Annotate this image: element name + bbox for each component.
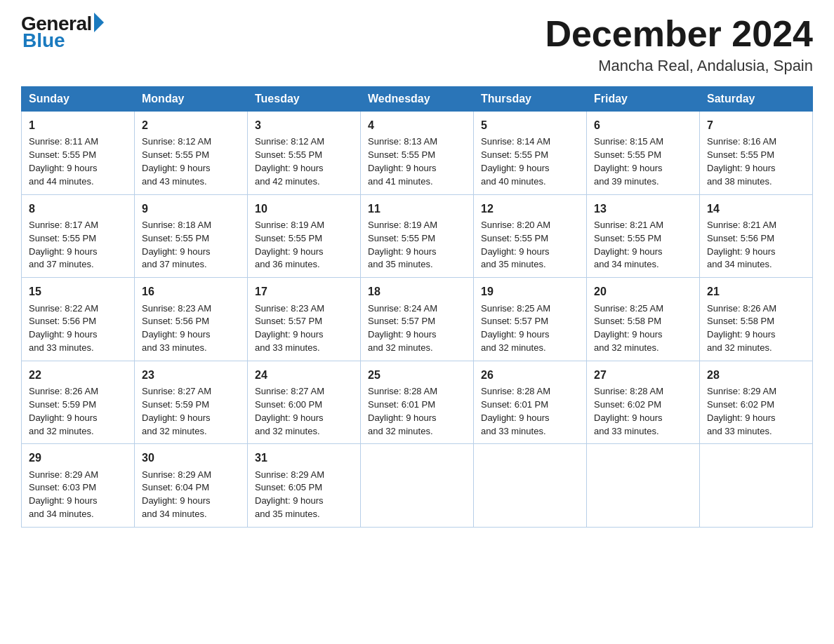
day-number: 9: [142, 201, 240, 217]
day-number: 3: [255, 117, 353, 133]
day-info: Sunrise: 8:11 AMSunset: 5:55 PMDaylight:…: [29, 136, 98, 187]
day-number: 21: [707, 283, 805, 300]
day-info: Sunrise: 8:29 AMSunset: 6:03 PMDaylight:…: [29, 469, 98, 520]
day-number: 1: [29, 117, 127, 133]
page-title: December 2024: [545, 14, 813, 54]
day-number: 8: [29, 201, 127, 217]
logo-triangle-icon: [94, 13, 104, 32]
header-thursday: Thursday: [474, 87, 587, 112]
calendar-cell: 17 Sunrise: 8:23 AMSunset: 5:57 PMDaylig…: [248, 278, 361, 361]
calendar-cell: 18 Sunrise: 8:24 AMSunset: 5:57 PMDaylig…: [361, 278, 474, 361]
calendar-cell: 29 Sunrise: 8:29 AMSunset: 6:03 PMDaylig…: [22, 444, 135, 528]
header-wednesday: Wednesday: [361, 87, 474, 112]
day-number: 24: [255, 367, 353, 383]
calendar-cell: 23 Sunrise: 8:27 AMSunset: 5:59 PMDaylig…: [135, 361, 248, 444]
day-number: 2: [142, 117, 240, 133]
header-sunday: Sunday: [22, 87, 135, 112]
calendar-cell: 1 Sunrise: 8:11 AMSunset: 5:55 PMDayligh…: [22, 112, 135, 195]
calendar-cell: 28 Sunrise: 8:29 AMSunset: 6:02 PMDaylig…: [700, 361, 813, 444]
day-number: 23: [142, 367, 240, 383]
day-info: Sunrise: 8:19 AMSunset: 5:55 PMDaylight:…: [368, 220, 437, 270]
subtitle: Mancha Real, Andalusia, Spain: [545, 57, 813, 75]
page-header: General Blue December 2024 Mancha Real, …: [21, 14, 813, 75]
day-number: 31: [255, 450, 353, 466]
calendar-cell: 5 Sunrise: 8:14 AMSunset: 5:55 PMDayligh…: [474, 112, 587, 195]
calendar-cell: 27 Sunrise: 8:28 AMSunset: 6:02 PMDaylig…: [587, 361, 700, 444]
day-number: 7: [707, 117, 805, 133]
day-number: 17: [255, 283, 353, 300]
day-number: 26: [481, 367, 579, 383]
calendar-cell: 3 Sunrise: 8:12 AMSunset: 5:55 PMDayligh…: [248, 112, 361, 195]
calendar-cell: 8 Sunrise: 8:17 AMSunset: 5:55 PMDayligh…: [22, 194, 135, 278]
calendar-cell: 16 Sunrise: 8:23 AMSunset: 5:56 PMDaylig…: [135, 278, 248, 361]
day-info: Sunrise: 8:27 AMSunset: 6:00 PMDaylight:…: [255, 386, 324, 436]
day-info: Sunrise: 8:16 AMSunset: 5:55 PMDaylight:…: [707, 136, 776, 187]
day-number: 28: [707, 367, 805, 383]
day-info: Sunrise: 8:20 AMSunset: 5:55 PMDaylight:…: [481, 220, 550, 270]
day-number: 16: [142, 283, 240, 300]
day-info: Sunrise: 8:25 AMSunset: 5:58 PMDaylight:…: [594, 303, 663, 354]
day-number: 22: [29, 367, 127, 383]
day-info: Sunrise: 8:26 AMSunset: 5:59 PMDaylight:…: [29, 386, 98, 436]
day-number: 14: [707, 201, 805, 217]
logo: General Blue: [21, 14, 104, 51]
day-number: 5: [481, 117, 579, 133]
calendar-cell: 31 Sunrise: 8:29 AMSunset: 6:05 PMDaylig…: [248, 444, 361, 528]
day-number: 25: [368, 367, 466, 383]
day-number: 20: [594, 283, 692, 300]
day-info: Sunrise: 8:13 AMSunset: 5:55 PMDaylight:…: [368, 136, 437, 187]
logo-blue-text: Blue: [22, 31, 104, 51]
day-info: Sunrise: 8:26 AMSunset: 5:58 PMDaylight:…: [707, 303, 776, 354]
header-friday: Friday: [587, 87, 700, 112]
day-number: 10: [255, 201, 353, 217]
day-info: Sunrise: 8:28 AMSunset: 6:01 PMDaylight:…: [368, 386, 437, 436]
day-number: 18: [368, 283, 466, 300]
day-info: Sunrise: 8:21 AMSunset: 5:56 PMDaylight:…: [707, 220, 776, 270]
day-info: Sunrise: 8:24 AMSunset: 5:57 PMDaylight:…: [368, 303, 437, 354]
calendar-cell: 19 Sunrise: 8:25 AMSunset: 5:57 PMDaylig…: [474, 278, 587, 361]
calendar-week-1: 1 Sunrise: 8:11 AMSunset: 5:55 PMDayligh…: [22, 112, 813, 195]
day-info: Sunrise: 8:29 AMSunset: 6:02 PMDaylight:…: [707, 386, 776, 436]
day-info: Sunrise: 8:22 AMSunset: 5:56 PMDaylight:…: [29, 303, 98, 354]
calendar-cell: [474, 444, 587, 528]
calendar-table: Sunday Monday Tuesday Wednesday Thursday…: [21, 86, 813, 528]
day-info: Sunrise: 8:14 AMSunset: 5:55 PMDaylight:…: [481, 136, 550, 187]
calendar-cell: 20 Sunrise: 8:25 AMSunset: 5:58 PMDaylig…: [587, 278, 700, 361]
day-info: Sunrise: 8:27 AMSunset: 5:59 PMDaylight:…: [142, 386, 211, 436]
calendar-cell: 9 Sunrise: 8:18 AMSunset: 5:55 PMDayligh…: [135, 194, 248, 278]
calendar-cell: 15 Sunrise: 8:22 AMSunset: 5:56 PMDaylig…: [22, 278, 135, 361]
calendar-cell: 10 Sunrise: 8:19 AMSunset: 5:55 PMDaylig…: [248, 194, 361, 278]
calendar-cell: 22 Sunrise: 8:26 AMSunset: 5:59 PMDaylig…: [22, 361, 135, 444]
day-number: 11: [368, 201, 466, 217]
calendar-cell: 2 Sunrise: 8:12 AMSunset: 5:55 PMDayligh…: [135, 112, 248, 195]
calendar-cell: 11 Sunrise: 8:19 AMSunset: 5:55 PMDaylig…: [361, 194, 474, 278]
calendar-cell: [587, 444, 700, 528]
day-info: Sunrise: 8:29 AMSunset: 6:04 PMDaylight:…: [142, 469, 211, 520]
day-number: 29: [29, 450, 127, 466]
calendar-cell: [361, 444, 474, 528]
day-info: Sunrise: 8:23 AMSunset: 5:57 PMDaylight:…: [255, 303, 324, 354]
day-info: Sunrise: 8:29 AMSunset: 6:05 PMDaylight:…: [255, 469, 324, 520]
calendar-cell: 14 Sunrise: 8:21 AMSunset: 5:56 PMDaylig…: [700, 194, 813, 278]
calendar-week-5: 29 Sunrise: 8:29 AMSunset: 6:03 PMDaylig…: [22, 444, 813, 528]
header-saturday: Saturday: [700, 87, 813, 112]
calendar-cell: 7 Sunrise: 8:16 AMSunset: 5:55 PMDayligh…: [700, 112, 813, 195]
day-info: Sunrise: 8:23 AMSunset: 5:56 PMDaylight:…: [142, 303, 211, 354]
day-info: Sunrise: 8:18 AMSunset: 5:55 PMDaylight:…: [142, 220, 211, 270]
day-number: 19: [481, 283, 579, 300]
calendar-cell: 21 Sunrise: 8:26 AMSunset: 5:58 PMDaylig…: [700, 278, 813, 361]
day-info: Sunrise: 8:28 AMSunset: 6:02 PMDaylight:…: [594, 386, 663, 436]
day-info: Sunrise: 8:28 AMSunset: 6:01 PMDaylight:…: [481, 386, 550, 436]
day-number: 12: [481, 201, 579, 217]
calendar-cell: 4 Sunrise: 8:13 AMSunset: 5:55 PMDayligh…: [361, 112, 474, 195]
calendar-cell: [700, 444, 813, 528]
day-number: 15: [29, 283, 127, 300]
calendar-cell: 30 Sunrise: 8:29 AMSunset: 6:04 PMDaylig…: [135, 444, 248, 528]
calendar-cell: 26 Sunrise: 8:28 AMSunset: 6:01 PMDaylig…: [474, 361, 587, 444]
calendar-cell: 24 Sunrise: 8:27 AMSunset: 6:00 PMDaylig…: [248, 361, 361, 444]
day-info: Sunrise: 8:12 AMSunset: 5:55 PMDaylight:…: [255, 136, 324, 187]
day-number: 4: [368, 117, 466, 133]
calendar-week-4: 22 Sunrise: 8:26 AMSunset: 5:59 PMDaylig…: [22, 361, 813, 444]
day-info: Sunrise: 8:25 AMSunset: 5:57 PMDaylight:…: [481, 303, 550, 354]
header-tuesday: Tuesday: [248, 87, 361, 112]
